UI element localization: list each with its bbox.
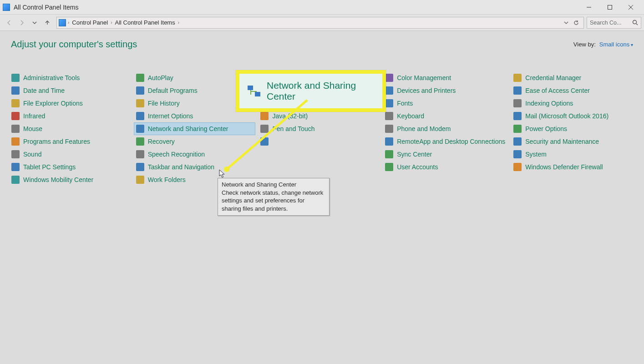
control-panel-item[interactable]: Windows Mobility Center	[9, 173, 131, 186]
item-label: Windows Defender Firewall	[525, 163, 603, 171]
control-panel-item[interactable]: Mail (Microsoft Outlook 2016)	[511, 110, 633, 122]
control-panel-item[interactable]: Administrative Tools	[9, 71, 131, 84]
control-panel-item[interactable]: Date and Time	[9, 84, 131, 97]
item-icon	[11, 99, 20, 107]
control-panel-item[interactable]: Pen and Touch	[258, 122, 380, 135]
item-icon	[11, 150, 20, 158]
control-panel-item[interactable]: Speech Recognition	[134, 148, 256, 161]
control-panel-item[interactable]: Phone and Modem	[383, 122, 508, 135]
search-input[interactable]: Search Co...	[587, 17, 641, 29]
breadcrumb-root[interactable]: Control Panel	[71, 19, 109, 26]
item-icon	[11, 137, 20, 146]
control-panel-item[interactable]: Indexing Options	[511, 97, 633, 110]
item-icon	[513, 163, 522, 171]
control-panel-item[interactable]: User Accounts	[383, 161, 508, 173]
item-icon	[11, 74, 20, 82]
window-title: All Control Panel Items	[14, 4, 78, 11]
item-label: Credential Manager	[525, 74, 581, 81]
chevron-right-icon[interactable]: ›	[178, 20, 179, 25]
control-panel-item[interactable]: Keyboard	[383, 110, 508, 122]
control-panel-item[interactable]: Taskbar and Navigation	[134, 161, 256, 173]
view-by-value[interactable]: Small icons	[599, 41, 633, 48]
item-icon	[513, 99, 522, 107]
svg-line-5	[636, 24, 638, 25]
item-label: Ease of Access Center	[525, 87, 590, 94]
recent-locations-button[interactable]	[28, 16, 41, 29]
control-panel-item[interactable]: RemoteApp and Desktop Connections	[383, 135, 508, 148]
control-panel-item[interactable]: Recovery	[134, 135, 256, 148]
address-dropdown-button[interactable]	[562, 18, 571, 27]
svg-point-4	[633, 20, 637, 24]
maximize-button[interactable]	[599, 0, 620, 15]
item-label: Indexing Options	[525, 100, 573, 107]
item-label: AutoPlay	[148, 74, 173, 81]
control-panel-item[interactable]: Region	[258, 135, 380, 148]
control-panel-item[interactable]: Power Options	[511, 122, 633, 135]
control-panel-item[interactable]: Sync Center	[383, 148, 508, 161]
control-panel-item[interactable]: Mouse	[9, 122, 131, 135]
item-label: Recovery	[148, 138, 175, 145]
item-icon	[513, 125, 522, 133]
item-icon	[385, 74, 393, 82]
control-panel-item[interactable]: Programs and Features	[9, 135, 131, 148]
item-label: Color Management	[397, 74, 451, 81]
item-label: File History	[148, 100, 180, 107]
control-panel-item[interactable]: Infrared	[9, 110, 131, 122]
control-panel-item[interactable]: Sound	[9, 148, 131, 161]
chevron-right-icon[interactable]: ›	[111, 20, 112, 25]
item-icon	[385, 125, 393, 133]
chevron-right-icon[interactable]: ›	[68, 20, 69, 25]
item-label: Tablet PC Settings	[23, 163, 76, 171]
control-panel-item[interactable]: Security and Maintenance	[511, 135, 633, 148]
control-panel-item[interactable]: Color Management	[383, 71, 508, 84]
control-panel-item[interactable]: Devices and Printers	[383, 84, 508, 97]
item-label: Windows Mobility Center	[23, 176, 93, 183]
item-icon	[385, 150, 393, 158]
item-label: Internet Options	[148, 112, 193, 120]
item-icon	[136, 86, 144, 95]
page-title: Adjust your computer's settings	[11, 39, 137, 50]
item-icon	[385, 112, 393, 120]
control-panel-item[interactable]: System	[511, 148, 633, 161]
item-icon	[136, 125, 144, 133]
control-panel-item[interactable]: Network and Sharing Center	[134, 122, 256, 135]
item-icon	[513, 86, 522, 95]
control-panel-item[interactable]: Credential Manager	[511, 71, 633, 84]
item-label: Network and Sharing Center	[148, 125, 228, 132]
refresh-button[interactable]	[572, 18, 581, 27]
item-label: User Accounts	[397, 163, 438, 171]
item-icon	[136, 99, 144, 107]
control-panel-item[interactable]: Tablet PC Settings	[9, 161, 131, 173]
breadcrumb-current[interactable]: All Control Panel Items	[114, 19, 176, 26]
item-label: Programs and Features	[23, 138, 90, 145]
control-panel-item[interactable]: Ease of Access Center	[511, 84, 633, 97]
item-label: System	[525, 151, 547, 158]
item-icon	[136, 74, 144, 82]
item-icon	[260, 112, 269, 120]
item-label: Security and Maintenance	[525, 138, 599, 145]
back-button[interactable]	[3, 16, 15, 29]
item-label: Administrative Tools	[23, 74, 80, 81]
close-button[interactable]	[620, 0, 641, 15]
item-label: Mail (Microsoft Outlook 2016)	[525, 112, 609, 120]
up-button[interactable]	[41, 16, 54, 29]
control-panel-item[interactable]: File Explorer Options	[9, 97, 131, 110]
address-bar[interactable]: › Control Panel › All Control Panel Item…	[56, 17, 584, 29]
forward-button[interactable]	[15, 16, 28, 29]
content-area: Adjust your computer's settings View by:…	[0, 31, 644, 364]
control-panel-item[interactable]: Fonts	[383, 97, 508, 110]
control-panel-item[interactable]: Windows Defender Firewall	[511, 161, 633, 173]
item-icon	[385, 163, 393, 171]
view-by-control[interactable]: View by: Small icons	[573, 41, 633, 48]
titlebar: All Control Panel Items	[0, 0, 644, 15]
svg-rect-1	[608, 5, 612, 9]
item-label: Work Folders	[148, 176, 186, 183]
item-icon	[136, 176, 144, 184]
item-icon	[513, 112, 522, 120]
minimize-button[interactable]	[578, 0, 599, 15]
item-icon	[136, 163, 144, 171]
callout-label: Network and Sharing Center	[267, 80, 374, 102]
item-label: Fonts	[397, 100, 413, 107]
item-icon	[385, 86, 393, 95]
item-label: Keyboard	[397, 112, 424, 120]
